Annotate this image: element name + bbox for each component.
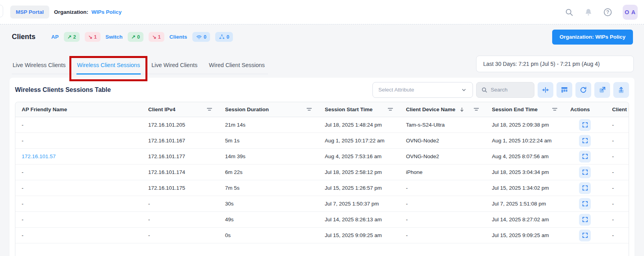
table-columns-button[interactable] [557, 82, 572, 98]
col-ap-friendly-name: AP Friendly Name [15, 107, 142, 112]
cell-ipv6: - [606, 185, 629, 191]
cell-ipv4: - [142, 232, 219, 238]
cell-ipv6: - [606, 169, 629, 175]
filter-icon[interactable] [207, 107, 212, 112]
actions-cell [564, 151, 606, 163]
cell-ipv4: 172.16.101.167 [142, 138, 219, 144]
cell-end: Jul 15, 2025 1:34:02 pm [486, 185, 564, 191]
actions-cell [564, 135, 606, 147]
filter-icon[interactable] [306, 107, 312, 112]
search-input[interactable]: Search [476, 82, 534, 98]
avatar[interactable]: O A [623, 5, 638, 20]
arrow-up-icon: ↗︎ [67, 34, 72, 40]
expand-icon [582, 185, 588, 191]
tab-wireless-client-sessions[interactable]: Wireless Client Sessions [76, 62, 141, 75]
cell-end: Aug 1, 2025 10:22:24 am [486, 138, 564, 144]
table-title: Wireless Clients Sessions Table [15, 86, 111, 93]
cell-start: Jul 15, 2025 9:09:25 am [318, 232, 400, 238]
arrow-down-icon: ↘︎ [152, 34, 156, 40]
cell-device: Tam-s-S24-Ultra [400, 122, 486, 128]
cell-duration: 14m 39s [219, 153, 318, 159]
select-attribute-dropdown[interactable]: Select Attribute [372, 82, 473, 98]
export-button[interactable] [613, 82, 629, 98]
organization-button[interactable]: Organization: WIPs Policy [552, 30, 633, 45]
expand-icon [582, 232, 588, 239]
notifications-bell-icon[interactable] [584, 8, 593, 17]
cell-ipv6: - [606, 217, 629, 222]
expand-row-button[interactable] [579, 151, 591, 163]
cell-ap: - [15, 169, 142, 175]
expand-row-button[interactable] [579, 166, 591, 178]
col-client-ipv6: Client IPv6 [606, 107, 629, 112]
expand-row-button[interactable] [579, 198, 591, 210]
device-stats: AP ↗︎2 ↘︎1 Switch ↗︎0 ↘︎1 Clients 0 0 [51, 32, 233, 42]
sidebar-edge-toggle[interactable] [0, 5, 3, 17]
cell-end: Jul 18, 2025 3:04:34 pm [486, 169, 564, 175]
tab-list: Live Wireless Clients Wireless Client Se… [12, 62, 268, 74]
cell-ap: - [15, 122, 142, 128]
expand-icon [582, 153, 588, 160]
cell-ipv6: - [606, 138, 629, 144]
expand-icon [582, 121, 588, 128]
tab-live-wired-clients[interactable]: Live Wired Clients [151, 62, 198, 74]
stat-label-clients[interactable]: Clients [169, 34, 187, 40]
sessions-table-card: Wireless Clients Sessions Table Select A… [9, 78, 635, 256]
date-range-picker[interactable]: Last 30 Days: 7:21 pm (Jul 5) - 7:21 pm … [476, 56, 634, 72]
arrow-up-icon: ↗︎ [131, 34, 136, 40]
cell-duration: 21m 14s [219, 122, 318, 128]
cell-duration: 5m 1s [219, 138, 318, 144]
cell-start: Jul 18, 2025 1:48:24 pm [318, 122, 400, 128]
search-icon[interactable] [565, 8, 573, 17]
tab-live-wireless-clients[interactable]: Live Wireless Clients [12, 62, 67, 74]
cell-duration: 7m 5s [219, 185, 318, 191]
chevron-down-icon [461, 87, 467, 93]
msp-portal-button[interactable]: MSP Portal [10, 6, 49, 19]
cell-ap: - [15, 201, 142, 207]
expand-row-button[interactable] [579, 135, 591, 147]
filter-icon[interactable] [473, 107, 479, 112]
ap-down-badge: ↘︎1 [85, 32, 101, 42]
cell-start: Aug 4, 2025 7:53:16 am [318, 153, 400, 159]
col-session-start-time: Session Start Time [318, 107, 400, 112]
cell-ipv6: - [606, 232, 629, 238]
sort-descending-icon[interactable] [459, 107, 465, 112]
table-body: -172.16.101.20521m 14sJul 18, 2025 1:48:… [15, 117, 629, 243]
actions-cell [564, 166, 606, 178]
cell-ap: - [15, 185, 142, 191]
cell-ipv4: 172.16.101.174 [142, 169, 219, 175]
actions-cell [564, 230, 606, 241]
cell-duration: 49s [219, 217, 318, 222]
cell-ap: - [15, 232, 142, 238]
stat-label-ap[interactable]: AP [51, 34, 59, 40]
stat-label-switch[interactable]: Switch [106, 34, 123, 40]
ap-up-badge: ↗︎2 [64, 32, 80, 42]
cell-device: OVNG-Node2 [400, 138, 486, 144]
expand-row-button[interactable] [579, 182, 591, 194]
refresh-button[interactable] [575, 82, 591, 98]
cell-end: Jul 15, 2025 9:09:25 am [486, 232, 564, 238]
help-icon[interactable]: ? [603, 8, 612, 17]
cell-ipv4: 172.16.101.177 [142, 153, 219, 159]
expand-row-button[interactable] [579, 230, 591, 241]
cell-ap[interactable]: 172.16.101.57 [15, 153, 142, 159]
col-session-duration: Session Duration [219, 107, 318, 112]
filter-icon[interactable] [387, 107, 393, 112]
expand-row-button[interactable] [579, 214, 591, 226]
wifi-icon [196, 34, 202, 40]
table-header-row: AP Friendly Name Client IPv4 Session Dur… [15, 102, 629, 117]
cell-duration: 30s [219, 201, 318, 207]
filter-icon[interactable] [552, 107, 558, 112]
expand-icon [582, 200, 588, 207]
search-icon [481, 87, 488, 93]
cell-ap: - [15, 217, 142, 222]
collapse-columns-button[interactable] [538, 82, 553, 98]
tab-wired-client-sessions[interactable]: Wired Client Sessions [208, 62, 266, 74]
cell-start: Aug 1, 2025 10:17:22 am [318, 138, 400, 144]
open-in-new-button[interactable] [594, 82, 610, 98]
expand-row-button[interactable] [579, 119, 591, 131]
top-bar: MSP Portal Organization: WIPs Policy ? O… [0, 0, 644, 24]
table-row: -172.16.101.1675m 1sAug 1, 2025 10:17:22… [15, 133, 629, 149]
organization-name-link[interactable]: WIPs Policy [91, 9, 122, 15]
cell-start: Jul 7, 2025 1:50:37 pm [318, 201, 400, 207]
cell-ipv6: - [606, 122, 629, 128]
